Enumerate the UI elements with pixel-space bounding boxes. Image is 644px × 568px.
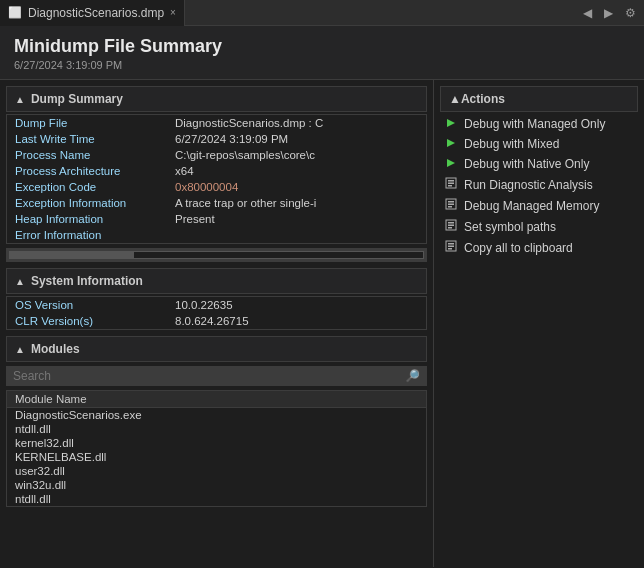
system-info-label: System Information xyxy=(31,274,143,288)
page-subtitle: 6/27/2024 3:19:09 PM xyxy=(14,59,630,71)
row-label: OS Version xyxy=(15,298,175,312)
system-info-arrow: ▲ xyxy=(15,276,25,287)
actions-label: Actions xyxy=(461,92,505,106)
system-info-header[interactable]: ▲ System Information xyxy=(6,268,427,294)
actions-header: ▲ Actions xyxy=(440,86,638,112)
svg-rect-5 xyxy=(448,183,454,185)
action-item[interactable]: Debug with Managed Only xyxy=(434,114,644,134)
page-title: Minidump File Summary xyxy=(14,36,630,57)
row-label: Error Information xyxy=(15,228,175,242)
module-table: Module Name DiagnosticScenarios.exentdll… xyxy=(6,390,427,507)
list-item[interactable]: ntdll.dll xyxy=(7,422,426,436)
table-row: Exception InformationA trace trap or oth… xyxy=(7,195,426,211)
action-img-icon xyxy=(444,240,458,255)
row-label: Heap Information xyxy=(15,212,175,226)
tab-close[interactable]: × xyxy=(170,7,176,18)
main-content: ▲ Dump Summary Dump FileDiagnosticScenar… xyxy=(0,80,644,567)
system-info-table: OS Version10.0.22635CLR Version(s)8.0.62… xyxy=(6,296,427,330)
action-item[interactable]: Debug with Mixed xyxy=(434,134,644,154)
table-row: Process NameC:\git-repos\samples\core\c xyxy=(7,147,426,163)
row-value: 10.0.22635 xyxy=(175,298,418,312)
list-item[interactable]: KERNELBASE.dll xyxy=(7,450,426,464)
action-label: Debug with Mixed xyxy=(464,137,559,151)
list-item[interactable]: user32.dll xyxy=(7,464,426,478)
action-img-icon xyxy=(444,198,458,213)
dump-summary-scrollbar[interactable] xyxy=(6,248,427,262)
svg-rect-6 xyxy=(448,185,452,187)
action-label: Run Diagnostic Analysis xyxy=(464,178,593,192)
actions-list: Debug with Managed OnlyDebug with MixedD… xyxy=(434,114,644,258)
action-label: Copy all to clipboard xyxy=(464,241,573,255)
table-row: Last Write Time6/27/2024 3:19:09 PM xyxy=(7,131,426,147)
row-value: 0x80000004 xyxy=(175,180,418,194)
tab-bar-controls: ◀ ▶ ⚙ xyxy=(579,4,644,22)
dump-summary-header[interactable]: ▲ Dump Summary xyxy=(6,86,427,112)
row-value: 8.0.624.26715 xyxy=(175,314,418,328)
modules-label: Modules xyxy=(31,342,80,356)
svg-marker-0 xyxy=(447,119,455,127)
row-value: C:\git-repos\samples\core\c xyxy=(175,148,418,162)
table-row: Heap InformationPresent xyxy=(7,211,426,227)
list-item[interactable]: kernel32.dll xyxy=(7,436,426,450)
nav-right-btn[interactable]: ▶ xyxy=(600,4,617,22)
row-label: Last Write Time xyxy=(15,132,175,146)
table-row: Exception Code0x80000004 xyxy=(7,179,426,195)
page-header: Minidump File Summary 6/27/2024 3:19:09 … xyxy=(0,26,644,80)
svg-rect-17 xyxy=(448,246,454,248)
modules-arrow: ▲ xyxy=(15,344,25,355)
svg-rect-10 xyxy=(448,206,452,208)
play-icon xyxy=(444,117,458,131)
action-item[interactable]: Run Diagnostic Analysis xyxy=(434,174,644,195)
action-img-icon xyxy=(444,219,458,234)
search-icon[interactable]: 🔎 xyxy=(405,369,420,383)
modules-header[interactable]: ▲ Modules xyxy=(6,336,427,362)
row-label: CLR Version(s) xyxy=(15,314,175,328)
search-input[interactable] xyxy=(13,369,405,383)
row-label: Dump File xyxy=(15,116,175,130)
file-icon: ⬜ xyxy=(8,6,22,19)
list-item[interactable]: ntdll.dll xyxy=(7,492,426,506)
svg-rect-18 xyxy=(448,248,452,250)
svg-rect-9 xyxy=(448,204,454,206)
row-label: Process Name xyxy=(15,148,175,162)
row-value: DiagnosticScenarios.dmp : C xyxy=(175,116,418,130)
actions-arrow: ▲ xyxy=(449,92,461,106)
scrollbar-thumb xyxy=(10,252,134,258)
row-value: 6/27/2024 3:19:09 PM xyxy=(175,132,418,146)
action-item[interactable]: Set symbol paths xyxy=(434,216,644,237)
row-label: Exception Code xyxy=(15,180,175,194)
dump-summary-table: Dump FileDiagnosticScenarios.dmp : CLast… xyxy=(6,114,427,244)
tab-diagnostics[interactable]: ⬜ DiagnosticScenarios.dmp × xyxy=(0,0,185,26)
row-label: Process Architecture xyxy=(15,164,175,178)
row-value xyxy=(175,228,418,230)
action-label: Debug with Native Only xyxy=(464,157,589,171)
nav-left-btn[interactable]: ◀ xyxy=(579,4,596,22)
row-value: Present xyxy=(175,212,418,226)
svg-marker-2 xyxy=(447,159,455,167)
svg-rect-14 xyxy=(448,227,452,229)
row-label: Exception Information xyxy=(15,196,175,210)
action-item[interactable]: Copy all to clipboard xyxy=(434,237,644,258)
action-item[interactable]: Debug with Native Only xyxy=(434,154,644,174)
scrollbar-track xyxy=(9,251,424,259)
list-item[interactable]: DiagnosticScenarios.exe xyxy=(7,408,426,422)
settings-btn[interactable]: ⚙ xyxy=(621,4,640,22)
table-row: Process Architecturex64 xyxy=(7,163,426,179)
list-item[interactable]: win32u.dll xyxy=(7,478,426,492)
table-row: Dump FileDiagnosticScenarios.dmp : C xyxy=(7,115,426,131)
svg-rect-8 xyxy=(448,201,454,203)
play-icon xyxy=(444,157,458,171)
table-row: OS Version10.0.22635 xyxy=(7,297,426,313)
action-item[interactable]: Debug Managed Memory xyxy=(434,195,644,216)
module-column-header: Module Name xyxy=(7,391,426,408)
action-label: Debug with Managed Only xyxy=(464,117,605,131)
tab-bar: ⬜ DiagnosticScenarios.dmp × ◀ ▶ ⚙ xyxy=(0,0,644,26)
modules-search-container: 🔎 xyxy=(6,366,427,386)
play-icon xyxy=(444,137,458,151)
svg-marker-1 xyxy=(447,139,455,147)
svg-rect-4 xyxy=(448,180,454,182)
row-value: A trace trap or other single-i xyxy=(175,196,418,210)
svg-rect-13 xyxy=(448,225,454,227)
dump-summary-arrow: ▲ xyxy=(15,94,25,105)
action-label: Debug Managed Memory xyxy=(464,199,599,213)
